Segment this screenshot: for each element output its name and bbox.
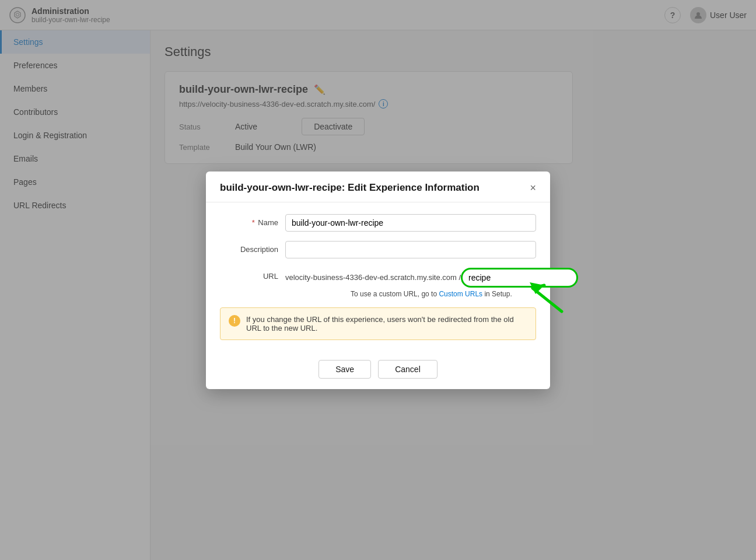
required-star: *: [252, 218, 255, 227]
description-input[interactable]: [285, 241, 536, 258]
modal-header: build-your-own-lwr-recipe: Edit Experien…: [206, 172, 550, 202]
modal-close-button[interactable]: ×: [530, 183, 536, 193]
custom-urls-link[interactable]: Custom URLs: [439, 290, 482, 298]
name-input[interactable]: [285, 214, 536, 232]
modal-overlay: build-your-own-lwr-recipe: Edit Experien…: [0, 0, 756, 560]
url-base-text: velocity-business-4336-dev-ed.scratch.my…: [285, 273, 461, 282]
url-input-row: velocity-business-4336-dev-ed.scratch.my…: [285, 268, 578, 288]
url-form-row: URL velocity-business-4336-dev-ed.scratc…: [220, 268, 536, 298]
url-label: URL: [220, 268, 278, 281]
description-label: Description: [220, 241, 278, 254]
save-button[interactable]: Save: [318, 360, 371, 379]
description-form-row: Description: [220, 241, 536, 258]
modal-footer: Save Cancel: [206, 352, 550, 389]
url-path-input[interactable]: [461, 268, 578, 288]
modal-title: build-your-own-lwr-recipe: Edit Experien…: [220, 182, 480, 194]
name-label: * Name: [220, 214, 278, 227]
name-form-row: * Name: [220, 214, 536, 232]
cancel-button[interactable]: Cancel: [378, 360, 438, 379]
warning-text: If you change the URL of this experience…: [246, 315, 527, 332]
warning-icon: !: [229, 315, 240, 327]
warning-box: ! If you change the URL of this experien…: [220, 307, 536, 340]
edit-experience-modal: build-your-own-lwr-recipe: Edit Experien…: [206, 172, 550, 389]
url-hint: To use a custom URL, go to Custom URLs i…: [351, 290, 578, 298]
modal-body: * Name Description URL velocity-business…: [206, 202, 550, 352]
